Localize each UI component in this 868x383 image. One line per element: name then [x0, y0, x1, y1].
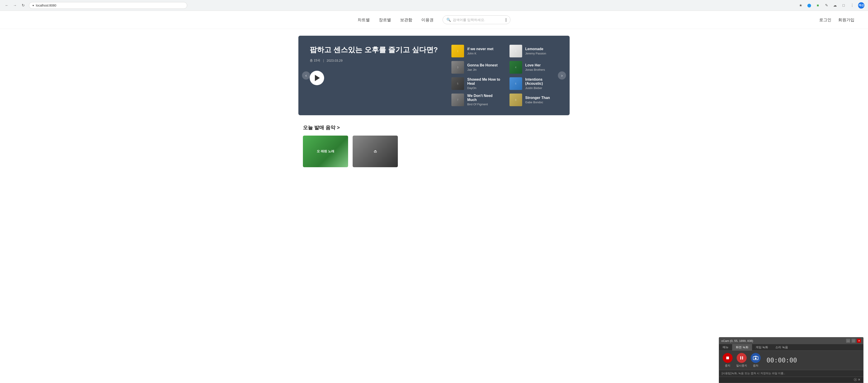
hero-meta: 총 15곡 | 2023.03.29 [310, 59, 438, 63]
track-thumb-5: 6 [509, 77, 522, 90]
edit-icon[interactable]: ✎ [824, 3, 829, 8]
forward-button[interactable]: → [12, 2, 18, 8]
hero-total-count: 총 15곡 [310, 59, 320, 63]
track-info-1: Lemonade Jeremy Passion [525, 47, 546, 55]
album-thumb-2-inner: 🐼 [352, 135, 398, 167]
hero-date: 2023.03.29 [327, 59, 342, 62]
play-button[interactable] [310, 71, 324, 85]
reload-button[interactable]: ↻ [20, 2, 26, 8]
section-title[interactable]: 오늘 발매 음악 > [303, 124, 565, 131]
track-thumb-0: 1 [452, 45, 464, 57]
track-title-4: Showed Me How to Heal [467, 77, 500, 86]
url-text: localhost:8080 [36, 4, 56, 7]
track-info-2: Gonna Be Honest Jae Jin [467, 63, 498, 71]
track-item-2[interactable]: 3 Gonna Be Honest Jae Jin [452, 61, 500, 74]
track-thumb-1: 2 [509, 45, 522, 57]
lock-icon: ● [32, 4, 34, 7]
album-card-1[interactable]: 오 래된 노래 [303, 135, 348, 167]
track-info-4: Showed Me How to Heal DayOn [467, 77, 500, 90]
track-item-1[interactable]: 2 Lemonade Jeremy Passion [509, 45, 558, 57]
cloud-icon[interactable]: ☁ [832, 3, 838, 8]
separator: | [323, 59, 324, 62]
track-artist-5: Justin Bieber [525, 86, 558, 90]
track-artist-0: John K [467, 52, 493, 55]
track-item-5[interactable]: 6 Intentions (Acoustic) Justin Bieber [509, 77, 558, 90]
track-artist-2: Jae Jin [467, 68, 498, 71]
album-thumb-2: 🐼 [352, 135, 398, 167]
track-thumb-6: 7 [452, 94, 464, 106]
track-artist-4: DayOn [467, 86, 500, 90]
track-title-7: Stronger Than [525, 96, 550, 100]
play-triangle-icon [315, 75, 320, 81]
nav-signup[interactable]: 회원가입 [838, 17, 855, 23]
track-info-6: We Don't Need Much Bird Of Figment [467, 94, 500, 106]
track-item-6[interactable]: 7 We Don't Need Much Bird Of Figment [452, 94, 500, 106]
track-title-3: Love Her [525, 63, 545, 67]
extension-icon-3[interactable]: □ [841, 3, 846, 8]
hero-left: 팝하고 센스있는 오후를 즐기고 싶다면? 총 15곡 | 2023.03.29 [310, 45, 438, 85]
track-thumb-7: 8 [509, 94, 522, 106]
track-item-7[interactable]: 8 Stronger Than Gabe Bondoc [509, 94, 558, 106]
album-thumb-1: 오 래된 노래 [303, 135, 348, 167]
extension-icon-2[interactable]: ■ [815, 3, 820, 8]
hero-tracks: 1 if we never met John K 2 Lemonade Jere… [452, 45, 558, 106]
track-title-5: Intentions (Acoustic) [525, 77, 558, 86]
album-thumb-1-inner: 오 래된 노래 [303, 135, 348, 167]
menu-icon[interactable]: ⋮ [849, 3, 855, 8]
album-grid: 오 래된 노래 🐼 [303, 135, 565, 167]
track-thumb-4: 5 [452, 77, 464, 90]
track-thumb-3: 4 [509, 61, 522, 74]
track-artist-6: Bird Of Figment [467, 103, 500, 106]
hero-banner: ‹ 팝하고 센스있는 오후를 즐기고 싶다면? 총 15곡 | 2023.03.… [298, 36, 569, 115]
track-artist-3: Jonas Brothers [525, 68, 545, 71]
nav-right: 로그인 회원가입 [819, 17, 855, 23]
bookmark-star-icon[interactable]: ★ [798, 3, 803, 8]
track-info-0: if we never met John K [467, 47, 493, 55]
track-info-5: Intentions (Acoustic) Justin Bieber [525, 77, 558, 90]
track-artist-7: Gabe Bondoc [525, 101, 550, 104]
browser-toolbar-right: ★ ⬤ ■ ✎ ☁ □ ⋮ 재선 [798, 2, 864, 8]
track-title-6: We Don't Need Much [467, 94, 500, 102]
today-release-section: 오늘 발매 음악 > 오 래된 노래 🐼 [298, 124, 569, 167]
track-title-2: Gonna Be Honest [467, 63, 498, 67]
search-icon: 🔍 [446, 18, 451, 22]
cursor-indicator: | [505, 18, 506, 22]
browser-nav-buttons: ← → ↻ [4, 2, 26, 8]
nav-pass[interactable]: 이용권 [421, 17, 434, 23]
hero-prev-button[interactable]: ‹ [302, 71, 310, 79]
track-item-4[interactable]: 5 Showed Me How to Heal DayOn [452, 77, 500, 90]
hero-next-button[interactable]: › [558, 71, 566, 79]
track-artist-1: Jeremy Passion [525, 52, 546, 55]
site-navigation: 차트별 장르별 보관함 이용권 🔍 | 로그인 회원가입 [0, 11, 868, 29]
nav-chart[interactable]: 차트별 [358, 17, 370, 23]
hero-title: 팝하고 센스있는 오후를 즐기고 싶다면? [310, 45, 438, 55]
nav-genre[interactable]: 장르별 [379, 17, 391, 23]
nav-archive[interactable]: 보관함 [400, 17, 412, 23]
nav-login[interactable]: 로그인 [819, 17, 831, 23]
track-info-7: Stronger Than Gabe Bondoc [525, 96, 550, 104]
browser-chrome: ← → ↻ ● localhost:8080 ★ ⬤ ■ ✎ ☁ □ ⋮ 재선 [0, 0, 868, 11]
track-item-3[interactable]: 4 Love Her Jonas Brothers [509, 61, 558, 74]
avatar[interactable]: 재선 [858, 2, 864, 8]
extension-icon-1[interactable]: ⬤ [807, 3, 812, 8]
track-item-0[interactable]: 1 if we never met John K [452, 45, 500, 57]
track-info-3: Love Her Jonas Brothers [525, 63, 545, 71]
search-bar[interactable]: 🔍 | [442, 15, 510, 24]
address-bar[interactable]: ● localhost:8080 [29, 2, 187, 9]
track-title-0: if we never met [467, 47, 493, 51]
back-button[interactable]: ← [4, 2, 10, 8]
track-thumb-2: 3 [452, 61, 464, 74]
track-title-1: Lemonade [525, 47, 546, 51]
album-card-2[interactable]: 🐼 [352, 135, 398, 167]
search-input[interactable] [453, 18, 504, 22]
